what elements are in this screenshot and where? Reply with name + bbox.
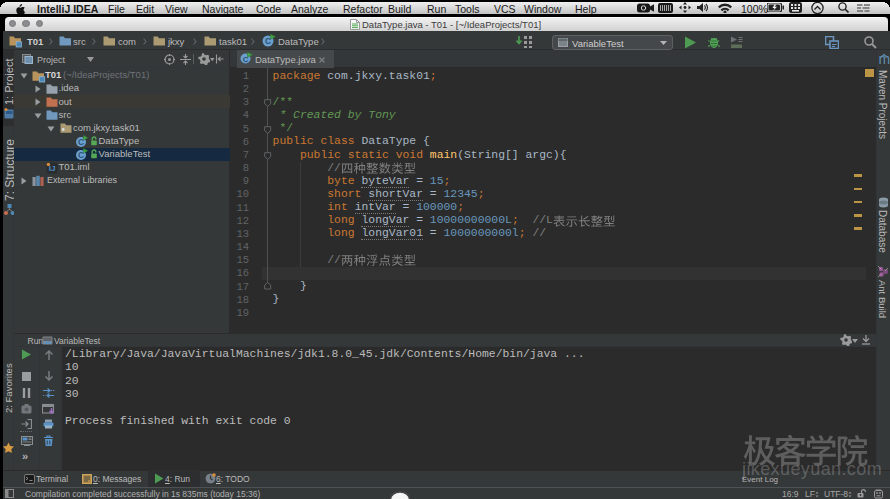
svg-text:C: C	[78, 151, 84, 161]
svg-text:C: C	[265, 36, 271, 46]
svg-text:C: C	[78, 137, 84, 147]
svg-text:IJ: IJ	[49, 164, 56, 173]
